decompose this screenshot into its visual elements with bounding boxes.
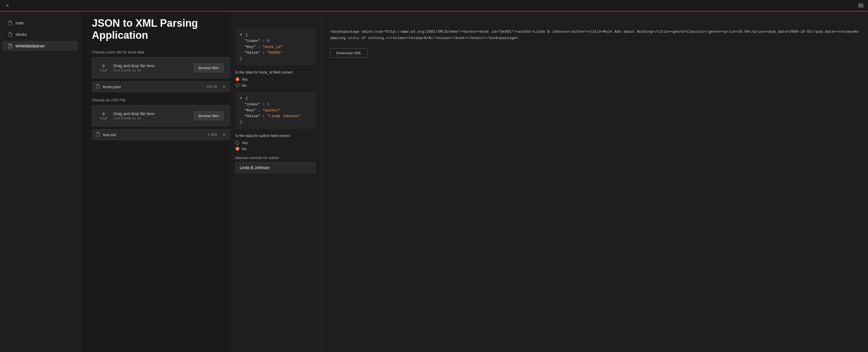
radio-no-2[interactable]: No [236,147,315,151]
topbar: × [0,0,868,11]
xsd-section-label: Choose an XSD File [92,98,221,102]
sidebar-item-whitelabelparser[interactable]: whitelabelparser [2,41,78,51]
override-label: Manual override for author [236,156,315,160]
json-filesize: 260.0B [206,85,217,89]
file-icon [8,21,12,25]
xsd-file-item: test.xsd 1.3KB ✕ [92,129,229,140]
xsd-upload-area[interactable]: Drag and drop file here Limit 200MB per … [92,105,229,126]
sidebar-item-whitelabelparser-label: whitelabelparser [16,43,45,48]
radio-group-1: Yes No [236,77,315,88]
radio-yes-2[interactable]: Yes [236,141,315,145]
radio-no-1[interactable]: No [236,83,315,88]
json-file-item: books.json 260.0B ✕ [92,81,229,92]
file-doc-icon [96,84,100,90]
menu-icon[interactable] [858,4,863,7]
json-filename: books.json [103,85,204,89]
sidebar-item-stocks-label: stocks [16,32,27,37]
close-icon[interactable]: × [5,3,10,8]
field-question-2: Is the data for author field correct [236,134,315,138]
upload-limit-text-2: Limit 200MB per file [113,117,190,120]
download-xml-button[interactable]: Download XML [330,48,367,58]
json-key-key-2: "Key" [245,108,256,113]
radio-no-label-2: No [242,147,247,151]
json-index-val-2: 1 [267,102,269,107]
json-key-key-1: "Key" [245,45,256,49]
upload-cloud-icon-2 [98,110,110,121]
json-key-val-2: "author" [262,108,280,113]
sidebar-item-main[interactable]: main [2,18,78,28]
collapse-btn-2[interactable]: ▼ [240,96,242,101]
xsd-file-remove[interactable]: ✕ [222,133,226,137]
json-value-val-1: "bk001" [267,51,283,55]
json-index-key-2: "index" [245,102,260,107]
json-value-key-2: "Value" [245,114,260,118]
upload-limit-text: Limit 200MB per file [113,69,190,72]
xml-output: <bookspackage xmlns:xsd="http://www.w3.o… [330,29,859,41]
drag-drop-text-2: Drag and drop file here [113,111,190,116]
json-section-label: Choose a json file for book data [92,50,221,54]
field-question-1: Is the data for book_id field correct [236,70,315,75]
radio-no-label-1: No [242,83,247,88]
override-input[interactable] [236,162,315,173]
json-index-val-1: 0 [267,39,269,43]
xsd-filesize: 1.3KB [208,133,217,137]
json-panel: ▼ { "index" : 0 "Key" : "book_id" [229,11,321,352]
radio-no-circle-1 [236,83,239,87]
xsd-filename: test.xsd [103,133,205,137]
left-panel: JSON to XML Parsing Application Choose a… [81,11,229,352]
json-upload-area[interactable]: Drag and drop file here Limit 200MB per … [92,57,229,78]
file-icon [8,32,12,37]
browse-json-button[interactable]: Browse files [194,63,224,72]
radio-group-2: Yes No [236,141,315,151]
radio-yes-circle-1 [236,77,239,81]
drag-drop-text: Drag and drop file here [113,63,190,68]
upload-cloud-icon [98,62,110,74]
collapse-btn-1[interactable]: ▼ [240,32,242,38]
json-value-key-1: "Value" [245,51,260,55]
radio-yes-label-2: Yes [242,141,248,145]
sidebar-item-stocks[interactable]: stocks [2,29,78,40]
radio-yes-1[interactable]: Yes [236,77,315,82]
json-file-remove[interactable]: ✕ [222,84,226,89]
json-value-val-2: "Linda Johnson" [267,114,301,118]
page-title: JSON to XML Parsing Application [92,17,221,41]
json-block-1: ▼ { "index" : 0 "Key" : "book_id" [236,29,315,65]
file-doc-icon-2 [96,132,100,138]
file-icon [8,43,12,48]
sidebar: main stocks whitelabelparser [0,0,81,352]
json-block-2: ▼ { "index" : 1 "Key" : "author" [236,92,315,129]
browse-xsd-button[interactable]: Browse files [194,111,224,120]
radio-yes-label-1: Yes [242,77,248,82]
sidebar-item-main-label: main [16,21,24,25]
json-key-val-1: "book_id" [262,45,282,49]
xml-panel: <bookspackage xmlns:xsd="http://www.w3.o… [321,11,868,352]
json-index-key-1: "index" [245,39,260,43]
radio-yes-circle-2 [236,141,239,145]
radio-no-circle-2 [236,147,239,151]
